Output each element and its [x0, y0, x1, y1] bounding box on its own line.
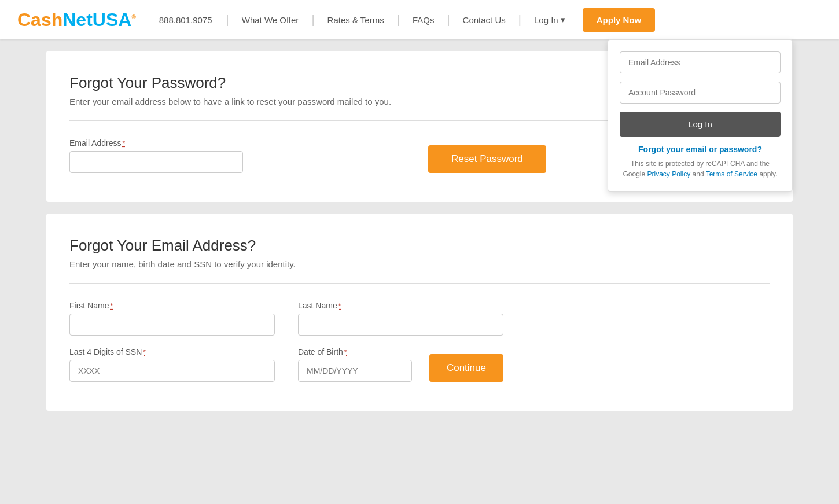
privacy-policy-link[interactable]: Privacy Policy: [647, 170, 691, 178]
last-name-field: Last Name*: [298, 301, 503, 336]
continue-button[interactable]: Continue: [429, 354, 503, 382]
login-dropdown: Log In Forgot your email or password? Th…: [608, 39, 793, 192]
email-address-label: Email Address*: [69, 138, 243, 148]
forgot-email-form-grid: First Name* Last Name* Last 4 Digits of …: [69, 301, 503, 382]
nav-separator-2: |: [311, 13, 314, 27]
email-required-star: *: [122, 139, 125, 148]
dob-field: Date of Birth*: [298, 347, 412, 382]
login-button[interactable]: Log In ▾: [524, 14, 576, 25]
logo[interactable]: CashNetUSA®: [17, 9, 136, 31]
forgot-email-title: Forgot Your Email Address?: [69, 237, 770, 255]
ssn-required-star: *: [143, 348, 146, 356]
first-name-field: First Name*: [69, 301, 275, 336]
reset-password-button[interactable]: Reset Password: [428, 145, 546, 173]
nav-separator-4: |: [447, 13, 450, 27]
login-label: Log In: [534, 15, 558, 25]
first-name-label: First Name*: [69, 301, 275, 310]
nav-separator-1: |: [226, 13, 229, 27]
logo-cash: Cash: [17, 9, 62, 30]
logo-net: Net: [62, 9, 93, 30]
dob-input[interactable]: [298, 360, 412, 382]
apply-text: apply.: [759, 170, 777, 178]
divider-2: [69, 283, 770, 284]
logo-dot: ®: [131, 14, 135, 20]
ssn-input[interactable]: [69, 360, 275, 382]
forgot-link[interactable]: Forgot your email or password?: [620, 145, 781, 154]
nav-separator-3: |: [397, 13, 400, 27]
nav-rates-terms[interactable]: Rates & Terms: [317, 15, 395, 25]
dropdown-login-button[interactable]: Log In: [620, 112, 781, 137]
nav-separator-5: |: [518, 13, 521, 27]
forgot-email-subtitle: Enter your name, birth date and SSN to v…: [69, 259, 770, 269]
forgot-password-email-input[interactable]: [69, 151, 243, 173]
apply-now-button[interactable]: Apply Now: [583, 8, 656, 32]
and-text: and: [693, 170, 706, 178]
dob-label: Date of Birth*: [298, 347, 412, 356]
logo-usa: USA: [93, 9, 132, 30]
first-name-input[interactable]: [69, 314, 275, 336]
terms-of-service-link[interactable]: Terms of Service: [706, 170, 757, 178]
dropdown-password-input[interactable]: [620, 82, 781, 104]
dob-required-star: *: [344, 348, 347, 356]
dropdown-forgot-section: Forgot your email or password? This site…: [620, 145, 781, 179]
ssn-label: Last 4 Digits of SSN*: [69, 347, 275, 356]
nav-what-we-offer[interactable]: What We Offer: [231, 15, 310, 25]
nav-contact-us[interactable]: Contact Us: [452, 15, 516, 25]
last-name-label: Last Name*: [298, 301, 503, 310]
ssn-field: Last 4 Digits of SSN*: [69, 347, 275, 382]
dropdown-email-input[interactable]: [620, 51, 781, 73]
forgot-email-card: Forgot Your Email Address? Enter your na…: [46, 214, 793, 411]
phone-number: 888.801.9075: [159, 15, 212, 25]
login-arrow-icon: ▾: [561, 14, 565, 25]
last-name-required-star: *: [338, 302, 341, 310]
first-name-required-star: *: [110, 302, 113, 310]
last-name-input[interactable]: [298, 314, 503, 336]
reset-email-field: Email Address*: [69, 138, 243, 173]
recaptcha-notice: This site is protected by reCAPTCHA and …: [620, 159, 781, 179]
dob-continue-row: Date of Birth* Continue: [298, 347, 503, 382]
header-nav: 888.801.9075 | What We Offer | Rates & T…: [159, 8, 822, 32]
nav-faqs[interactable]: FAQs: [402, 15, 445, 25]
header: CashNetUSA® 888.801.9075 | What We Offer…: [0, 0, 839, 39]
